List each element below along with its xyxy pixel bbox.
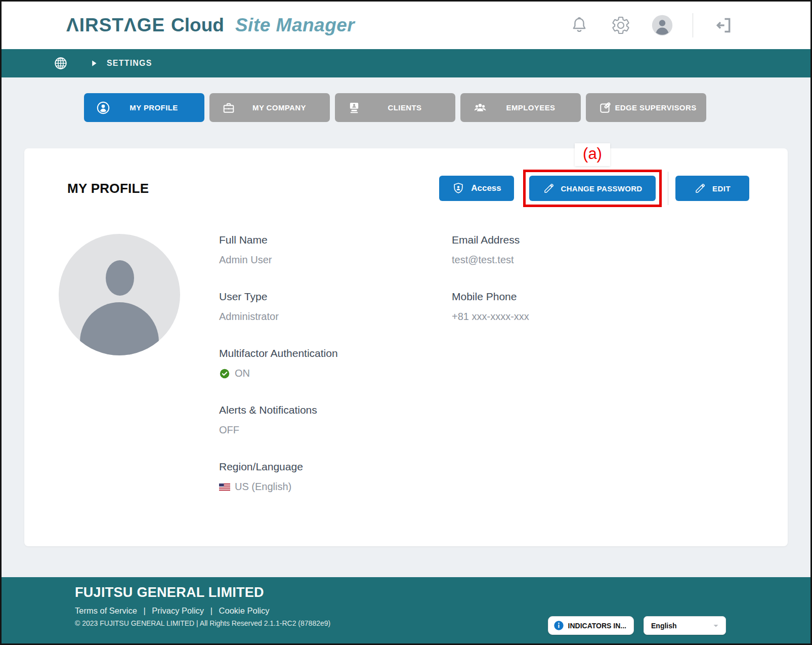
pencil-icon xyxy=(694,182,706,194)
field-value: Admin User xyxy=(219,254,272,266)
field-label: Region/Language xyxy=(219,461,452,473)
tab-my-profile[interactable]: MY PROFILE xyxy=(84,93,204,122)
field-value: Administrator xyxy=(219,311,279,322)
access-button-label: Access xyxy=(471,183,501,193)
indicators-info-button[interactable]: INDICATORS IN... xyxy=(548,616,634,635)
page-title: MY PROFILE xyxy=(67,181,149,196)
avatar-shoulders xyxy=(80,302,159,355)
language-dropdown[interactable]: English xyxy=(644,616,726,635)
privacy-policy-link[interactable]: Privacy Policy xyxy=(152,606,204,615)
field-label: Alerts & Notifications xyxy=(219,404,452,416)
footer-links: Terms of Service | Privacy Policy | Cook… xyxy=(75,606,810,616)
brand-site-manager: Site Manager xyxy=(235,15,355,36)
annotation-highlight-box: (a) CHANGE PASSWORD xyxy=(523,170,662,207)
field-mobile-phone: Mobile Phone +81 xxx-xxxx-xxx xyxy=(452,291,767,322)
field-value: test@test.test xyxy=(452,254,514,266)
breadcrumb-arrow-icon xyxy=(90,59,99,68)
annotation-a-label: (a) xyxy=(575,143,610,166)
notifications-bell-icon[interactable] xyxy=(568,14,590,36)
field-label: Mobile Phone xyxy=(452,291,767,303)
pencil-icon xyxy=(543,182,555,194)
indicators-button-label: INDICATORS IN... xyxy=(568,622,626,630)
field-full-name: Full Name Admin User xyxy=(219,234,452,266)
tab-my-company[interactable]: MY COMPANY xyxy=(209,93,330,122)
change-password-button[interactable]: CHANGE PASSWORD xyxy=(529,176,656,201)
check-circle-icon xyxy=(219,368,230,379)
tab-employees[interactable]: EMPLOYEES xyxy=(460,93,581,122)
edit-button-label: EDIT xyxy=(712,184,731,193)
field-region-language: Region/Language US (English) xyxy=(219,461,452,493)
settings-gear-icon[interactable] xyxy=(610,14,632,36)
field-user-type: User Type Administrator xyxy=(219,291,452,322)
tab-bar: MY PROFILE MY COMPANY xyxy=(84,93,810,122)
user-avatar[interactable] xyxy=(651,14,673,36)
field-label: Multifactor Authentication xyxy=(219,347,452,359)
client-stamp-icon xyxy=(347,101,361,115)
cookie-policy-link[interactable]: Cookie Policy xyxy=(219,606,270,615)
link-separator: | xyxy=(143,606,145,615)
change-password-label: CHANGE PASSWORD xyxy=(561,184,643,193)
shield-person-icon xyxy=(452,182,465,195)
alerts-status: OFF xyxy=(219,424,239,436)
link-square-icon xyxy=(598,101,612,115)
tab-label: MY COMPANY xyxy=(236,103,323,112)
brand-airstage: ΛIRSTΛGE xyxy=(66,15,165,36)
tab-label: EMPLOYEES xyxy=(488,103,574,112)
field-label: Full Name xyxy=(219,234,452,246)
mfa-status: ON xyxy=(235,368,250,379)
edit-button[interactable]: EDIT xyxy=(675,176,749,201)
my-profile-card: MY PROFILE Access (a) xyxy=(24,148,788,546)
access-button[interactable]: Access xyxy=(439,176,514,201)
field-multifactor-authentication: Multifactor Authentication ON xyxy=(219,347,452,379)
tab-label: MY PROFILE xyxy=(110,103,197,112)
app-window: ΛIRSTΛGE Cloud Site Manager xyxy=(0,0,812,645)
info-icon xyxy=(553,620,564,631)
tab-edge-supervisors[interactable]: EDGE SUPERVISORS xyxy=(586,93,706,122)
footer-company-name: FUJITSU GENERAL LIMITED xyxy=(75,585,810,600)
person-circle-icon xyxy=(96,101,110,115)
logout-icon[interactable] xyxy=(712,14,735,36)
site-footer: FUJITSU GENERAL LIMITED Terms of Service… xyxy=(2,577,810,643)
field-label: Email Address xyxy=(452,234,767,246)
people-group-icon xyxy=(473,100,488,115)
tab-label: EDGE SUPERVISORS xyxy=(612,103,699,112)
breadcrumb-settings-label: SETTINGS xyxy=(107,59,152,68)
region-value: US (English) xyxy=(235,481,291,493)
top-header: ΛIRSTΛGE Cloud Site Manager xyxy=(2,2,810,49)
main-content: MY PROFILE MY COMPANY xyxy=(2,77,810,577)
avatar-head xyxy=(106,260,134,296)
field-label: User Type xyxy=(219,291,452,303)
chevron-down-icon xyxy=(711,621,720,630)
terms-of-service-link[interactable]: Terms of Service xyxy=(75,606,137,615)
briefcase-icon xyxy=(222,101,236,115)
field-email-address: Email Address test@test.test xyxy=(452,234,767,266)
tab-clients[interactable]: CLIENTS xyxy=(335,93,455,122)
us-flag-icon xyxy=(219,483,230,491)
tab-label: CLIENTS xyxy=(361,103,448,112)
brand-logo: ΛIRSTΛGE Cloud Site Manager xyxy=(66,15,355,36)
header-divider xyxy=(693,13,693,37)
field-value: +81 xxx-xxxx-xxx xyxy=(452,311,529,322)
breadcrumb-bar: SETTINGS xyxy=(2,49,810,77)
globe-icon[interactable] xyxy=(53,56,68,71)
language-selected-value: English xyxy=(651,622,677,630)
profile-photo-placeholder xyxy=(59,234,180,355)
brand-cloud: Cloud xyxy=(171,15,224,36)
field-alerts-notifications: Alerts & Notifications OFF xyxy=(219,404,452,436)
button-divider xyxy=(668,172,668,205)
link-separator: | xyxy=(210,606,212,615)
